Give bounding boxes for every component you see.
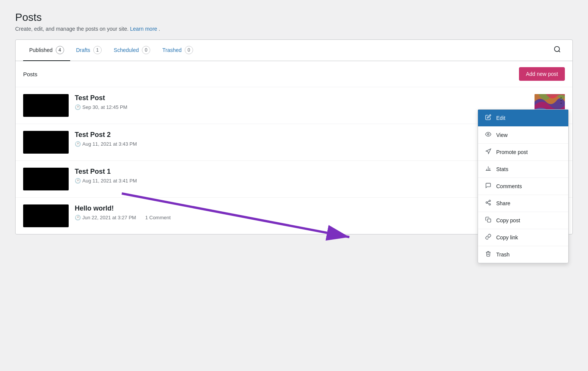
menu-promote-label: Promote post bbox=[496, 149, 528, 155]
post-3-date: Aug 11, 2021 at 3:41 PM bbox=[82, 178, 137, 184]
menu-view-label: View bbox=[496, 132, 508, 138]
post-item-1: Test Post 🕐 Sep 30, at 12:45 PM ⋮ bbox=[16, 87, 572, 124]
posts-list-title: Posts bbox=[23, 71, 38, 77]
post-2-date: Aug 11, 2021 at 3:43 PM bbox=[82, 141, 137, 147]
tab-scheduled-count: 0 bbox=[142, 46, 150, 54]
link-icon bbox=[485, 234, 492, 241]
post-1-date: Sep 30, at 12:45 PM bbox=[82, 104, 127, 110]
trash-icon bbox=[485, 251, 492, 258]
svg-point-3 bbox=[487, 134, 489, 135]
share-icon bbox=[485, 200, 492, 207]
clock-icon-4: 🕐 bbox=[75, 215, 81, 220]
page-subtitle: Create, edit, and manage the posts on yo… bbox=[15, 26, 573, 32]
menu-item-promote[interactable]: Promote post bbox=[478, 144, 568, 161]
page-title: Posts bbox=[15, 11, 573, 24]
menu-item-stats[interactable]: Stats bbox=[478, 161, 568, 178]
post-1-more-button[interactable]: ⋮ bbox=[554, 94, 568, 106]
post-1-title: Test Post bbox=[75, 94, 528, 102]
tab-trashed[interactable]: Trashed 0 bbox=[156, 40, 199, 61]
post-2-thumbnail bbox=[23, 131, 69, 154]
menu-edit-label: Edit bbox=[496, 115, 505, 121]
post-1-info: Test Post 🕐 Sep 30, at 12:45 PM bbox=[75, 94, 528, 110]
clock-icon-2: 🕐 bbox=[75, 141, 81, 147]
menu-item-trash[interactable]: Trash bbox=[478, 246, 568, 263]
eye-icon bbox=[485, 131, 492, 139]
menu-trash-label: Trash bbox=[496, 252, 509, 258]
post-4-comments: 1 Comment bbox=[145, 215, 171, 220]
bar-chart-icon bbox=[485, 165, 492, 173]
menu-share-label: Share bbox=[496, 200, 510, 206]
page-header: Posts Create, edit, and manage the posts… bbox=[15, 11, 573, 32]
tab-published-count: 4 bbox=[56, 46, 64, 54]
tab-published-label: Published bbox=[29, 47, 53, 53]
tab-drafts-count: 1 bbox=[93, 46, 102, 54]
post-3-thumbnail bbox=[23, 168, 69, 190]
copy-icon bbox=[485, 217, 492, 224]
tab-scheduled-label: Scheduled bbox=[114, 47, 139, 53]
menu-item-share[interactable]: Share bbox=[478, 195, 568, 212]
page-container: Posts Create, edit, and manage the posts… bbox=[15, 11, 573, 234]
menu-stats-label: Stats bbox=[496, 166, 508, 172]
add-new-post-button[interactable]: Add new post bbox=[519, 67, 565, 81]
main-card: Published 4 Drafts 1 Scheduled 0 Trashed… bbox=[15, 39, 573, 234]
svg-line-12 bbox=[487, 201, 489, 202]
tab-drafts-label: Drafts bbox=[76, 47, 90, 53]
menu-copy-link-label: Copy link bbox=[496, 234, 518, 241]
svg-point-8 bbox=[489, 200, 491, 201]
menu-copy-post-label: Copy post bbox=[496, 217, 520, 223]
subtitle-text: Create, edit, and manage the posts on yo… bbox=[15, 26, 129, 32]
subtitle-suffix: . bbox=[159, 26, 160, 32]
tab-trashed-label: Trashed bbox=[162, 47, 182, 53]
comment-icon bbox=[485, 182, 492, 190]
learn-more-link[interactable]: Learn more bbox=[130, 26, 157, 32]
menu-item-copy-post[interactable]: Copy post bbox=[478, 212, 568, 229]
post-1-thumbnail bbox=[23, 94, 69, 117]
menu-item-comments[interactable]: Comments bbox=[478, 178, 568, 195]
svg-line-1 bbox=[559, 51, 560, 52]
tab-scheduled[interactable]: Scheduled 0 bbox=[108, 40, 156, 61]
pencil-icon bbox=[485, 114, 492, 122]
post-1-meta: 🕐 Sep 30, at 12:45 PM bbox=[75, 104, 528, 110]
menu-comments-label: Comments bbox=[496, 183, 522, 189]
tab-trashed-count: 0 bbox=[185, 46, 193, 54]
svg-point-0 bbox=[555, 47, 560, 52]
tabs-bar: Published 4 Drafts 1 Scheduled 0 Trashed… bbox=[16, 40, 572, 61]
megaphone-icon bbox=[485, 148, 492, 156]
post-4-thumbnail bbox=[23, 204, 69, 227]
tab-drafts[interactable]: Drafts 1 bbox=[70, 40, 108, 61]
posts-list-header: Posts Add new post bbox=[16, 61, 572, 87]
clock-icon-1: 🕐 bbox=[75, 104, 81, 110]
menu-item-copy-link[interactable]: Copy link bbox=[478, 229, 568, 246]
menu-item-edit[interactable]: Edit bbox=[478, 110, 568, 127]
svg-rect-13 bbox=[487, 219, 491, 222]
svg-line-11 bbox=[487, 203, 489, 204]
post-4-date: Jun 22, 2021 at 3:27 PM bbox=[82, 215, 136, 220]
tab-published[interactable]: Published 4 bbox=[23, 40, 70, 61]
clock-icon-3: 🕐 bbox=[75, 178, 81, 184]
svg-point-9 bbox=[486, 202, 487, 203]
menu-item-view[interactable]: View bbox=[478, 127, 568, 144]
svg-point-10 bbox=[489, 204, 491, 205]
search-button[interactable] bbox=[550, 42, 565, 59]
post-context-menu: Edit View bbox=[478, 109, 569, 263]
